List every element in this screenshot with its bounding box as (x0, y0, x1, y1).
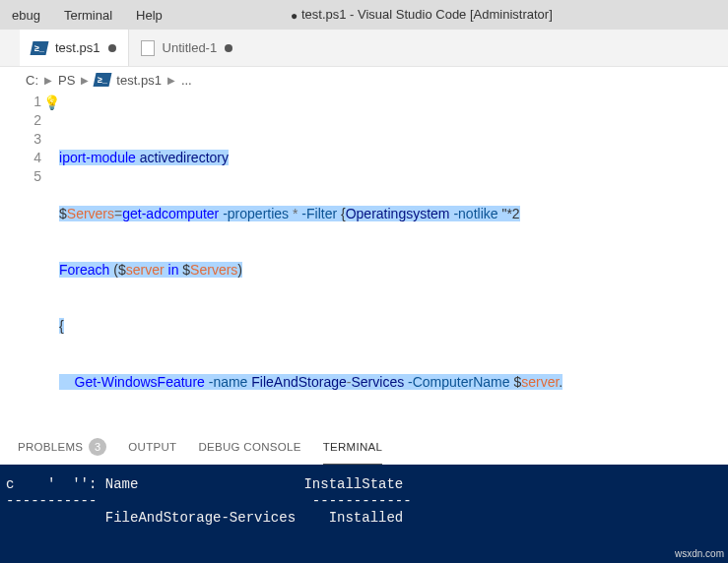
panel-tab-problems[interactable]: PROBLEMS 3 (18, 429, 106, 465)
panel-tab-label: TERMINAL (323, 441, 383, 453)
lightbulb-icon[interactable]: 💡 (43, 94, 60, 112)
tab-test-ps1[interactable]: ≥_ test.ps1 (20, 30, 128, 66)
line-gutter: 1 2 3 4 5 (0, 93, 59, 429)
code-area[interactable]: 💡 iport-module activedirectory $Servers=… (59, 93, 728, 429)
dirty-indicator-icon: ● (291, 9, 298, 23)
menu-terminal[interactable]: Terminal (52, 8, 124, 23)
problems-count-badge: 3 (89, 438, 106, 456)
tab-label: test.ps1 (55, 40, 100, 55)
line-number: 3 (0, 130, 41, 149)
editor-tabs-bar: ≥_ test.ps1 Untitled-1 (0, 30, 728, 67)
panel-tab-terminal[interactable]: TERMINAL (323, 429, 383, 465)
menu-help[interactable]: Help (124, 8, 174, 23)
line-number: 2 (0, 111, 41, 130)
panel-tab-label: DEBUG CONSOLE (198, 441, 300, 453)
powershell-icon: ≥_ (31, 41, 49, 55)
file-icon (141, 40, 155, 56)
chevron-right-icon: ▶ (167, 75, 175, 86)
tab-dirty-icon[interactable] (108, 44, 116, 52)
powershell-icon: ≥_ (94, 73, 112, 87)
panel-tab-output[interactable]: OUTPUT (128, 429, 176, 465)
line-number: 5 (0, 167, 41, 186)
menu-debug[interactable]: ebug (0, 8, 52, 23)
breadcrumb-folder[interactable]: PS (58, 73, 75, 88)
tab-label: Untitled-1 (163, 40, 218, 55)
breadcrumb[interactable]: C: ▶ PS ▶ ≥_ test.ps1 ▶ ... (0, 67, 728, 93)
terminal-output[interactable]: c ' '': Name InstallState ----------- --… (0, 465, 728, 563)
panel-tab-label: PROBLEMS (18, 441, 83, 453)
code-line[interactable]: { (59, 317, 728, 336)
breadcrumb-tail[interactable]: ... (181, 73, 192, 88)
tab-dirty-icon[interactable] (225, 44, 232, 52)
panel-tabs: PROBLEMS 3 OUTPUT DEBUG CONSOLE TERMINAL (0, 429, 728, 465)
code-line[interactable]: Get-WindowsFeature -name FileAndStorage-… (59, 373, 728, 392)
window-title: ● test.ps1 - Visual Studio Code [Adminis… (174, 7, 728, 23)
code-line[interactable]: $Servers=get-adcomputer -properties * -F… (59, 205, 728, 223)
chevron-right-icon: ▶ (44, 75, 52, 86)
chevron-right-icon: ▶ (81, 75, 89, 86)
line-number: 1 (0, 93, 41, 111)
panel-tab-debug-console[interactable]: DEBUG CONSOLE (198, 429, 300, 465)
breadcrumb-file[interactable]: test.ps1 (116, 73, 162, 88)
code-line[interactable]: Foreach ($server in $Servers) (59, 261, 728, 280)
code-line[interactable]: iport-module activedirectory (59, 149, 728, 167)
watermark: wsxdn.com (675, 548, 724, 559)
menu-bar: ebug Terminal Help ● test.ps1 - Visual S… (0, 0, 728, 30)
code-editor[interactable]: 1 2 3 4 5 💡 iport-module activedirectory… (0, 93, 728, 429)
tab-untitled-1[interactable]: Untitled-1 (129, 30, 245, 66)
line-number: 4 (0, 149, 41, 167)
panel-tab-label: OUTPUT (128, 441, 176, 453)
window-title-text: test.ps1 - Visual Studio Code [Administr… (301, 7, 553, 22)
breadcrumb-root[interactable]: C: (26, 73, 38, 88)
